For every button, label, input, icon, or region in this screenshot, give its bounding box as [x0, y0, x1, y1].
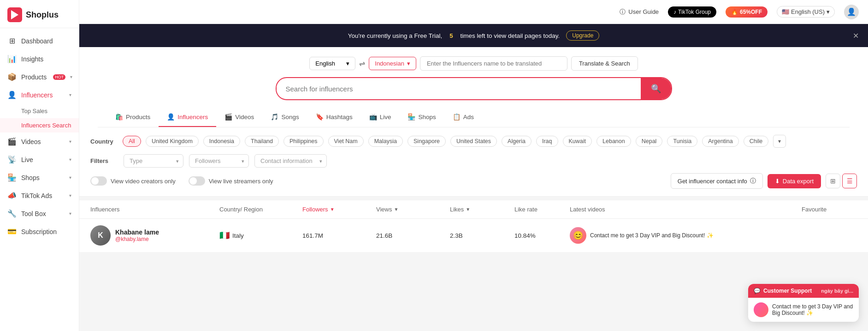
tab-ads[interactable]: 📋 Ads — [444, 108, 482, 127]
to-language-selector[interactable]: Indonesian ▾ — [369, 57, 416, 70]
products-tab-icon: 🛍️ — [115, 113, 123, 120]
sidebar-item-subscription[interactable]: 💳 Subscription — [0, 223, 79, 241]
followers-value: 161.7M — [302, 232, 376, 239]
country-singapore-button[interactable]: Singapore — [407, 136, 446, 147]
tab-videos[interactable]: 🎬 Videos — [216, 108, 262, 127]
sidebar-item-dashboard[interactable]: ⊞ Dashboard — [0, 32, 79, 50]
swap-icon[interactable]: ⇌ — [359, 59, 365, 68]
th-views[interactable]: Views ▼ — [376, 206, 450, 213]
from-language-label: English — [315, 60, 335, 67]
data-export-button[interactable]: ⬇ Data export — [768, 174, 821, 188]
table-actions: Get influencer contact info ⓘ ⬇ Data exp… — [671, 173, 857, 189]
country-indonesia-button[interactable]: Indonesia — [203, 136, 240, 147]
country-algeria-button[interactable]: Algeria — [502, 136, 531, 147]
sidebar-item-top-sales[interactable]: Top Sales — [0, 104, 79, 118]
translate-search-button[interactable]: Translate & Search — [571, 56, 638, 71]
banner-text-before: You're currently using a Free Trial, — [348, 32, 443, 39]
translate-input[interactable] — [420, 56, 567, 71]
sidebar: Shoplus ⊞ Dashboard 📊 Insights 📦 Product… — [0, 0, 79, 331]
content-tabs: 🛍️ Products 👤 Influencers 🎬 Videos 🎵 Son… — [98, 108, 850, 127]
sidebar-item-label: Products — [21, 73, 47, 81]
user-guide-link[interactable]: ⓘ User Guide — [620, 8, 659, 16]
tiktok-group-button[interactable]: ♪ TikTok Group — [668, 6, 716, 18]
user-avatar[interactable]: 👤 — [844, 5, 859, 19]
search-area: English ▾ ⇌ Indonesian ▾ Translate & Sea… — [79, 47, 868, 127]
live-streamers-toggle[interactable] — [189, 176, 205, 186]
sidebar-item-live[interactable]: 📡 Live ▾ — [0, 150, 79, 169]
grid-view-button[interactable]: ⊞ — [826, 174, 840, 188]
video-creators-toggle[interactable] — [90, 176, 107, 186]
country-thailand-button[interactable]: Thailand — [245, 136, 279, 147]
filters-label: Filters — [90, 157, 118, 164]
country-nepal-button[interactable]: Nepal — [636, 136, 663, 147]
country-more-button[interactable]: ▾ — [773, 135, 786, 148]
tiktok-ads-icon: 📣 — [7, 191, 17, 200]
country-tunisia-button[interactable]: Tunisia — [667, 136, 697, 147]
logo[interactable]: Shoplus — [0, 0, 79, 28]
tab-hashtags[interactable]: 🔖 Hashtags — [307, 108, 361, 127]
tab-products[interactable]: 🛍️ Products — [107, 108, 159, 127]
table-header: Influencers Country/ Region Followers ▼ … — [79, 200, 868, 219]
tab-live-label: Live — [380, 114, 391, 120]
country-uk-button[interactable]: United Kingdom — [146, 136, 199, 147]
country-argentina-button[interactable]: Argentina — [702, 136, 739, 147]
tab-shops[interactable]: 🏪 Shops — [399, 108, 444, 127]
sidebar-item-label: Influencers — [21, 91, 53, 99]
th-followers[interactable]: Followers ▼ — [302, 206, 376, 213]
flag-icon: 🇺🇸 — [782, 8, 789, 15]
view-toggle-buttons: ⊞ ☰ — [826, 174, 857, 188]
chat-header-label: Customer Support — [763, 288, 812, 294]
search-button[interactable]: 🔍 — [641, 78, 671, 99]
discount-button[interactable]: 🔥 65%OFF — [726, 6, 768, 18]
chevron-down-icon: ▾ — [346, 60, 349, 67]
sidebar-item-tiktok-ads[interactable]: 📣 TikTok Ads ▾ — [0, 187, 79, 205]
contact-info-button[interactable]: Get influencer contact info ⓘ — [671, 173, 763, 189]
likes-value: 2.3B — [450, 232, 514, 239]
country-philippines-button[interactable]: Philippines — [283, 136, 323, 147]
country-vietnam-button[interactable]: Viet Nam — [328, 136, 364, 147]
dashboard-icon: ⊞ — [7, 36, 17, 45]
flag-icon: 🇮🇹 — [219, 230, 230, 241]
sidebar-item-tool-box[interactable]: 🔧 Tool Box ▾ — [0, 205, 79, 223]
country-us-button[interactable]: United States — [450, 136, 497, 147]
to-language-label: Indonesian — [375, 60, 404, 67]
search-input[interactable] — [277, 79, 641, 98]
influencer-handle: @khaby.lame — [115, 236, 159, 242]
type-filter[interactable]: Type — [124, 154, 183, 168]
country-malaysia-button[interactable]: Malaysia — [368, 136, 403, 147]
country-all-button[interactable]: All — [123, 136, 141, 147]
th-likes[interactable]: Likes ▼ — [450, 206, 514, 213]
upgrade-button[interactable]: Upgrade — [566, 30, 599, 41]
chat-widget[interactable]: 💬 Customer Support ngày bây gi... Contac… — [748, 284, 859, 322]
th-influencers: Influencers — [90, 206, 219, 213]
products-icon: 📦 — [7, 72, 17, 81]
tab-influencers[interactable]: 👤 Influencers — [159, 108, 216, 127]
products-badge: HOT — [53, 74, 65, 80]
topbar: ⓘ User Guide ♪ TikTok Group 🔥 65%OFF 🇺🇸 … — [79, 0, 868, 24]
avatar-image: K — [90, 225, 111, 246]
from-language-selector[interactable]: English ▾ — [309, 57, 355, 70]
close-icon[interactable]: ✕ — [853, 31, 859, 40]
country-chile-button[interactable]: Chile — [744, 136, 769, 147]
sidebar-item-videos[interactable]: 🎬 Videos ▾ — [0, 132, 79, 150]
sidebar-item-influencers[interactable]: 👤 Influencers ▾ — [0, 86, 79, 104]
sidebar-item-shops[interactable]: 🏪 Shops ▾ — [0, 169, 79, 187]
tab-songs[interactable]: 🎵 Songs — [262, 108, 307, 127]
sidebar-item-influencers-search[interactable]: Influencers Search — [0, 118, 79, 132]
followers-filter[interactable]: Followers — [189, 154, 249, 168]
th-country: Country/ Region — [219, 206, 302, 213]
country-kuwait-button[interactable]: Kuwait — [563, 136, 592, 147]
language-selector[interactable]: 🇺🇸 English (US) ▾ — [777, 6, 835, 18]
country-lebanon-button[interactable]: Lebanon — [596, 136, 631, 147]
contact-filter[interactable]: Contact information — [254, 154, 327, 168]
live-tab-icon: 📺 — [369, 113, 377, 120]
list-view-button[interactable]: ☰ — [842, 174, 857, 188]
video-creators-label: View video creators only — [111, 178, 176, 185]
sidebar-item-products[interactable]: 📦 Products HOT ▾ — [0, 68, 79, 86]
country-iraq-button[interactable]: Iraq — [536, 136, 558, 147]
tab-live[interactable]: 📺 Live — [361, 108, 400, 127]
sidebar-item-insights[interactable]: 📊 Insights — [0, 50, 79, 68]
chat-body: Contact me to get 3 Day VIP and Big Disc… — [748, 298, 859, 322]
live-streamers-toggle-item: View live streamers only — [189, 176, 273, 186]
table-row: K Khabane lame @khaby.lame 🇮🇹 Italy 161.… — [79, 219, 868, 253]
